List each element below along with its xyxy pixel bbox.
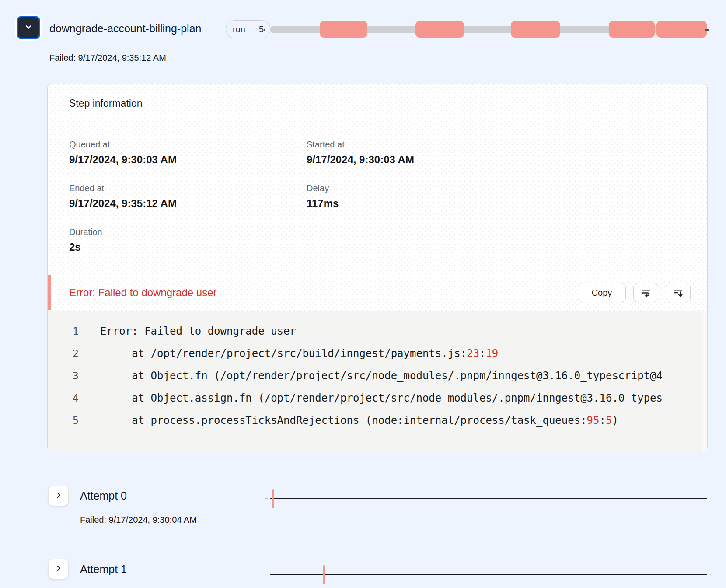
chevron-down-icon <box>23 21 34 34</box>
line-number: 2 <box>73 348 100 359</box>
attempt-1-expand-button[interactable] <box>48 559 69 579</box>
step-status: Failed: 9/17/2024, 9:35:12 AM <box>49 53 166 63</box>
timeline-segment[interactable] <box>320 21 367 38</box>
line-number: 1 <box>73 326 100 337</box>
attempt-0-timeline <box>270 498 707 499</box>
card-header: Step information <box>48 84 707 123</box>
attempt-1-marker[interactable] <box>323 565 325 584</box>
line-text: at Object.assign.fn (/opt/render/project… <box>100 392 663 404</box>
timeline-segment[interactable] <box>656 21 707 38</box>
field-value: 9/17/2024, 9:30:03 AM <box>307 154 707 166</box>
timeline-end-tick <box>705 29 709 31</box>
step-information-card: Step information Queued at 9/17/2024, 9:… <box>47 84 708 451</box>
attempt-0-marker[interactable] <box>272 489 274 508</box>
code-line: 5 at process.processTicksAndRejections (… <box>48 409 707 431</box>
step-details: Queued at 9/17/2024, 9:30:03 AM Started … <box>48 123 707 274</box>
run-timeline <box>270 21 707 38</box>
error-message: Error: Failed to downgrade user <box>69 287 217 299</box>
scroll-to-bottom-button[interactable] <box>666 283 691 302</box>
line-text: at Object.fn (/opt/render/project/src/no… <box>100 370 663 382</box>
code-line: 2 at /opt/render/project/src/build/innge… <box>48 342 707 364</box>
chevron-right-icon <box>53 490 64 502</box>
timeline-segment[interactable] <box>511 21 560 38</box>
field-value: 9/17/2024, 9:30:03 AM <box>69 154 307 166</box>
attempt-0-expand-button[interactable] <box>48 486 69 506</box>
stack-trace-lines: 1Error: Failed to downgrade user2 at /op… <box>48 320 707 431</box>
copy-button[interactable]: Copy <box>578 283 626 302</box>
timeline-segment[interactable] <box>609 21 655 38</box>
field-delay: Delay 117ms <box>307 183 707 210</box>
field-duration: Duration 2s <box>69 227 307 253</box>
wrap-text-icon <box>640 287 651 298</box>
step-expand-button[interactable] <box>17 16 40 39</box>
run-badge-label: run <box>226 21 252 38</box>
line-number: 4 <box>73 392 100 404</box>
timeline-start-tick <box>264 29 265 31</box>
field-label: Ended at <box>69 183 307 193</box>
timeline-segment[interactable] <box>415 21 464 38</box>
field-queued-at: Queued at 9/17/2024, 9:30:03 AM <box>69 140 307 166</box>
attempt-0-label: Attempt 0 <box>80 490 127 502</box>
code-scrollbar[interactable] <box>702 311 707 451</box>
stack-trace-viewer: 1Error: Failed to downgrade user2 at /op… <box>48 311 707 451</box>
code-line: 1Error: Failed to downgrade user <box>48 320 707 342</box>
field-started-at: Started at 9/17/2024, 9:30:03 AM <box>307 140 707 166</box>
field-label: Started at <box>307 140 707 150</box>
error-actions: Copy <box>578 283 691 302</box>
code-line: 4 at Object.assign.fn (/opt/render/proje… <box>48 387 707 409</box>
field-label: Queued at <box>69 140 307 150</box>
field-value: 9/17/2024, 9:35:12 AM <box>69 197 307 210</box>
run-badge-count: 5 <box>252 21 270 38</box>
error-accent-bar <box>48 275 51 310</box>
scroll-to-bottom-icon <box>673 287 684 298</box>
field-value: 117ms <box>307 197 707 210</box>
attempt-1-label: Attempt 1 <box>80 563 127 576</box>
attempt-0-status: Failed: 9/17/2024, 9:30:04 AM <box>80 515 197 525</box>
line-number: 5 <box>73 415 100 426</box>
line-text: at process.processTicksAndRejections (no… <box>100 414 618 427</box>
field-label: Duration <box>69 227 307 237</box>
field-label: Delay <box>307 183 707 193</box>
error-banner: Error: Failed to downgrade user Copy <box>48 274 707 311</box>
chevron-right-icon <box>53 563 64 575</box>
field-value: 2s <box>69 241 307 253</box>
line-text: Error: Failed to downgrade user <box>100 325 296 337</box>
code-line: 3 at Object.fn (/opt/render/project/src/… <box>48 364 707 387</box>
line-number: 3 <box>73 370 100 382</box>
attempt-1-timeline <box>270 574 707 575</box>
field-ended-at: Ended at 9/17/2024, 9:35:12 AM <box>69 183 307 210</box>
card-title: Step information <box>69 98 142 109</box>
wrap-text-button[interactable] <box>633 283 658 302</box>
step-title: downgrade-account-billing-plan <box>49 20 203 37</box>
line-text: at /opt/render/project/src/build/inngest… <box>100 347 498 360</box>
attempt-0-timeline-start-tick <box>265 498 268 499</box>
